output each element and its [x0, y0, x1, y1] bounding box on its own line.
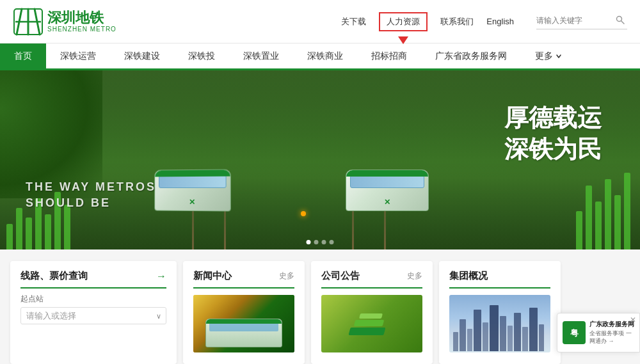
top-link-download[interactable]: 关下载 [341, 16, 366, 28]
group-img [449, 295, 550, 352]
logo-area[interactable]: 深圳地铁 SHENZHEN METRO [13, 8, 116, 36]
hero-dot-1[interactable] [307, 240, 311, 244]
route-card-arrow[interactable]: → [156, 271, 166, 282]
news-card-title: 新闻中心 [193, 270, 232, 282]
hero-dot-2[interactable] [314, 240, 319, 244]
news-card: 新闻中心 史多 [183, 261, 305, 364]
top-bar: 深圳地铁 SHENZHEN METRO 关下载 人力资源 联系我们 Englis… [0, 0, 640, 44]
nav-item-construction[interactable]: 深铁建设 [110, 44, 174, 68]
gd-popup-title: 广东政务服务网 [589, 320, 634, 329]
group-card-image[interactable] [449, 295, 550, 352]
top-link-hr[interactable]: 人力资源 [379, 12, 428, 31]
nav-item-investment[interactable]: 深铁投 [174, 44, 229, 68]
hero-dot-4[interactable] [330, 240, 334, 244]
route-origin-select[interactable]: 请输入或选择 [20, 307, 166, 324]
nav-item-industry[interactable]: 深铁置业 [229, 44, 293, 68]
top-link-english[interactable]: English [486, 17, 514, 26]
news-card-header: 新闻中心 史多 [193, 270, 294, 289]
nav-item-operations[interactable]: 深铁运营 [46, 44, 110, 68]
hero-background: ✕ ✕ [0, 70, 640, 249]
svg-text:粤: 粤 [570, 328, 579, 338]
hr-arrow-indicator [398, 36, 408, 44]
nav-item-more[interactable]: 更多 [521, 44, 576, 68]
nav-item-bidding[interactable]: 招标招商 [357, 44, 421, 68]
search-button[interactable] [613, 14, 627, 28]
gd-services-icon: 粤 [565, 324, 583, 342]
top-link-contact[interactable]: 联系我们 [440, 16, 474, 28]
hero-section: ✕ ✕ [0, 70, 640, 249]
notice-card-image[interactable] [321, 295, 422, 352]
hero-cn-line2: 深铁为民 [504, 134, 602, 165]
route-select-wrapper: 请输入或选择 [20, 307, 166, 324]
hero-cn-line1: 厚德载运 [504, 102, 602, 134]
traffic-light [301, 211, 306, 216]
chevron-down-icon [556, 53, 562, 59]
logo-icon [13, 8, 44, 36]
route-card: 线路、票价查询 → 起点站 请输入或选择 [10, 261, 177, 364]
news-card-more[interactable]: 史多 [279, 271, 294, 281]
search-input[interactable] [536, 16, 613, 25]
train-left: ✕ [154, 169, 231, 214]
group-card-header: 集团概况 [449, 270, 550, 289]
gd-logo: 粤 [563, 321, 586, 344]
bottom-section: 线路、票价查询 → 起点站 请输入或选择 新闻中心 史多 [0, 249, 640, 364]
gd-services-popup[interactable]: 粤 广东政务服务网 全省服务事项 一网通办 → ✕ [557, 313, 640, 352]
notice-card-more[interactable]: 史多 [407, 271, 422, 281]
logo-en: SHENZHEN METRO [47, 26, 116, 33]
nav-item-gov[interactable]: 广东省政务服务网 [421, 44, 521, 68]
gd-popup-text-area: 广东政务服务网 全省服务事项 一网通办 → [589, 320, 634, 345]
hero-text-left: THE WAY METROS SHOULD BE [26, 179, 156, 211]
notice-card-title: 公司公告 [321, 270, 360, 282]
hero-text-right: 厚德载运 深铁为民 [504, 102, 602, 166]
hero-dots [307, 240, 334, 244]
hero-en-line1: THE WAY METROS [26, 179, 156, 195]
group-card-title: 集团概况 [449, 270, 488, 282]
hero-dot-3[interactable] [322, 240, 326, 244]
gd-popup-close-button[interactable]: ✕ [630, 315, 636, 324]
route-card-header: 线路、票价查询 → [20, 270, 166, 289]
news-card-image[interactable] [193, 295, 294, 352]
hero-en-line2: SHOULD BE [26, 195, 156, 211]
nav-item-commerce[interactable]: 深铁商业 [293, 44, 357, 68]
nav-item-home[interactable]: 首页 [0, 44, 46, 68]
logo-cn: 深圳地铁 [47, 10, 116, 26]
gd-popup-subtitle: 全省服务事项 一网通办 → [589, 330, 634, 345]
group-card: 集团概况 [439, 261, 561, 364]
svg-line-6 [621, 20, 625, 24]
news-img [193, 295, 294, 352]
notice-card: 公司公告 史多 [311, 261, 433, 364]
top-links: 关下载 人力资源 联系我们 English [341, 12, 627, 31]
nav-bar: 首页 深铁运营 深铁建设 深铁投 深铁置业 深铁商业 招标招商 广东省政务服务网… [0, 44, 640, 70]
search-icon [616, 15, 625, 24]
train-right: ✕ [346, 170, 429, 214]
search-area [536, 14, 627, 29]
notice-card-header: 公司公告 史多 [321, 270, 422, 289]
chart-bars-right [576, 173, 630, 249]
logo-text: 深圳地铁 SHENZHEN METRO [47, 10, 116, 33]
notice-img [321, 295, 422, 352]
route-card-title: 线路、票价查询 [20, 270, 88, 282]
route-origin-label: 起点站 [20, 294, 166, 305]
